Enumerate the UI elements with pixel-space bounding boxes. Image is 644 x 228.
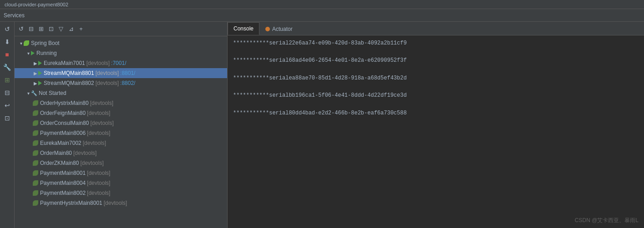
toolbar-filter-icon[interactable]: ▽ [57, 25, 65, 33]
tab-console[interactable]: Console [228, 22, 259, 35]
console-line-4: ***********serialbb196ca1-5f06-4e41-8ddd… [233, 91, 639, 100]
left-panel: ↺ ⊟ ⊞ ⊡ ▽ ⊿ + ▾ Spring Boot ▾ Running [15, 22, 228, 228]
tree-running-group[interactable]: ▾ Running [15, 48, 227, 58]
eureka7001-port[interactable]: :7001/ [111, 60, 126, 66]
stream8801-label: StreamMQMain8801 [44, 70, 94, 76]
service-tree: ▾ Spring Boot ▾ Running ▶ EurekaMain7001… [15, 36, 227, 228]
spring-boot-icon [24, 40, 29, 46]
item-label-orderconsul: OrderConsulMain80 [40, 120, 89, 126]
right-panel: Console Actuator ***********serial22e6aa… [228, 22, 644, 228]
breadcrumb-bar: cloud-provider-payment8002 [0, 0, 644, 9]
toolbar-collapse-icon[interactable]: ⊟ [27, 25, 35, 33]
toolbar-grid-icon[interactable]: ⊡ [47, 25, 55, 33]
tree-item-eureka7002[interactable]: EurekaMain7002 [devtools] [15, 138, 227, 148]
stream8801-devtools: [devtools] [96, 70, 119, 76]
not-started-chevron-icon: ▾ [25, 90, 31, 96]
sidebar-refresh-icon[interactable]: ↺ [2, 24, 13, 35]
stream8801-run-icon [38, 71, 42, 75]
item-icon-payment8006 [33, 130, 38, 136]
actuator-icon [265, 27, 270, 31]
item-icon-payment8004 [33, 180, 38, 186]
item-icon-orderfeign [33, 110, 38, 116]
stream8802-port[interactable]: :8802/ [120, 80, 135, 86]
stream8802-label: StreamMQMain8802 [44, 80, 94, 86]
item-label-paymenthystrix8001: PaymentHystrixMain8001 [40, 200, 102, 206]
tab-bar: Console Actuator [228, 22, 644, 35]
console-line-5: ***********serial80dd4bad-e2d2-466b-8e2b… [233, 109, 639, 118]
tree-item-orderhystrix[interactable]: OrderHystrixMain80 [devtools] [15, 98, 227, 108]
stream8801-port[interactable]: :8801/ [120, 70, 135, 76]
stream8802-devtools: [devtools] [96, 80, 119, 86]
item-devtools-orderconsul: [devtools] [90, 120, 113, 126]
tree-item-payment8004[interactable]: PaymentMain8004 [devtools] [15, 178, 227, 188]
item-devtools-paymenthystrix8001: [devtools] [104, 200, 127, 206]
item-label-payment8002: PaymentMain8002 [40, 190, 86, 196]
toolbar-expand-icon[interactable]: ⊞ [37, 25, 45, 33]
item-icon-orderzk [33, 160, 38, 166]
tree-item-paymenthystrix8001[interactable]: PaymentHystrixMain8001 [devtools] [15, 198, 227, 208]
toolbar-refresh-icon[interactable]: ↺ [17, 25, 25, 33]
tree-item-orderconsul[interactable]: OrderConsulMain80 [devtools] [15, 118, 227, 128]
main-layout: ↺ ⬇ ■ 🔧 ⊞ ⊟ ↩ ⊡ ↺ ⊟ ⊞ ⊡ ▽ ⊿ + ▾ Spring B… [0, 22, 644, 228]
tree-item-orderfeign[interactable]: OrderFeignMain80 [devtools] [15, 108, 227, 118]
sidebar-undo-icon[interactable]: ↩ [2, 100, 13, 111]
spring-boot-label: Spring Boot [31, 40, 60, 46]
tree-not-started-group[interactable]: ▾ 🔧 Not Started [15, 88, 227, 98]
running-icon [31, 51, 35, 55]
toolbar: ↺ ⊟ ⊞ ⊡ ▽ ⊿ + [15, 22, 227, 36]
item-devtools-orderfeign: [devtools] [87, 110, 110, 116]
console-line-2: ***********serial68ad4e06-2654-4e01-8e2a… [233, 56, 639, 65]
sidebar-up-icon[interactable]: ⊞ [2, 74, 13, 85]
not-started-label: Not Started [39, 90, 66, 96]
item-devtools-orderzk: [devtools] [80, 160, 103, 166]
tree-item-payment8001[interactable]: PaymentMain8001 [devtools] [15, 168, 227, 178]
item-devtools-payment8004: [devtools] [87, 180, 110, 186]
item-label-eureka7002: EurekaMain7002 [40, 140, 81, 146]
item-icon-paymenthystrix8001 [33, 200, 38, 206]
eureka7001-run-icon [38, 61, 42, 65]
toolbar-add-icon[interactable]: + [77, 25, 85, 33]
running-chevron-icon: ▾ [25, 50, 31, 56]
item-label-ordermain: OrderMain80 [40, 150, 72, 156]
item-label-payment8001: PaymentMain8001 [40, 170, 86, 176]
stream8801-arrow-icon: ▶ [33, 70, 38, 76]
tree-item-ordermain[interactable]: OrderMain80 [devtools] [15, 148, 227, 158]
running-label: Running [36, 50, 57, 56]
eureka7001-label: EurekaMain7001 [44, 60, 85, 66]
sidebar-down-icon[interactable]: ⬇ [2, 36, 13, 47]
tree-stream8801[interactable]: ▶ StreamMQMain8801 [devtools] :8801/ [15, 68, 227, 78]
watermark: CSDN @艾卡西亚、暴雨L [575, 217, 639, 224]
item-label-orderfeign: OrderFeignMain80 [40, 110, 86, 116]
toolbar-sort-icon[interactable]: ⊿ [67, 25, 75, 33]
tree-item-payment8002[interactable]: PaymentMain8002 [devtools] [15, 188, 227, 198]
chevron-down-icon: ▾ [18, 40, 24, 46]
services-header: Services [0, 9, 644, 22]
console-line-1: ***********serial22e6aa74-e09b-420d-83ab… [233, 39, 639, 48]
tree-stream8802[interactable]: ▶ StreamMQMain8802 [devtools] :8802/ [15, 78, 227, 88]
tree-item-payment8006[interactable]: PaymentMain8006 [devtools] [15, 128, 227, 138]
item-devtools-eureka7002: [devtools] [83, 140, 106, 146]
item-icon-orderconsul [33, 120, 38, 126]
item-devtools-payment8002: [devtools] [87, 190, 110, 196]
item-icon-orderhystrix [33, 100, 38, 106]
item-label-payment8004: PaymentMain8004 [40, 180, 86, 186]
tab-console-label: Console [233, 25, 254, 32]
stream8802-run-icon [38, 81, 42, 85]
eureka7001-arrow-icon: ▶ [33, 60, 38, 66]
stream8802-arrow-icon: ▶ [33, 80, 38, 86]
sidebar-grid-icon[interactable]: ⊡ [2, 113, 13, 124]
watermark-text: CSDN @艾卡西亚、暴雨L [575, 217, 639, 223]
sidebar-box-icon[interactable]: ⊟ [2, 87, 13, 98]
tab-actuator-label: Actuator [272, 26, 293, 32]
tab-actuator[interactable]: Actuator [259, 22, 299, 35]
tree-eureka7001[interactable]: ▶ EurekaMain7001 [devtools] :7001/ [15, 58, 227, 68]
item-devtools-payment8006: [devtools] [87, 130, 110, 136]
eureka7001-devtools: [devtools] [86, 60, 110, 66]
sidebar-cut-icon[interactable]: ■ [2, 49, 13, 60]
wrench-icon: 🔧 [31, 90, 37, 96]
sidebar-camera-icon[interactable]: 🔧 [2, 62, 13, 73]
item-label-orderzk: OrderZKMain80 [40, 160, 79, 166]
tree-item-orderzk[interactable]: OrderZKMain80 [devtools] [15, 158, 227, 168]
tree-spring-boot-root[interactable]: ▾ Spring Boot [15, 38, 227, 48]
item-label-payment8006: PaymentMain8006 [40, 130, 86, 136]
